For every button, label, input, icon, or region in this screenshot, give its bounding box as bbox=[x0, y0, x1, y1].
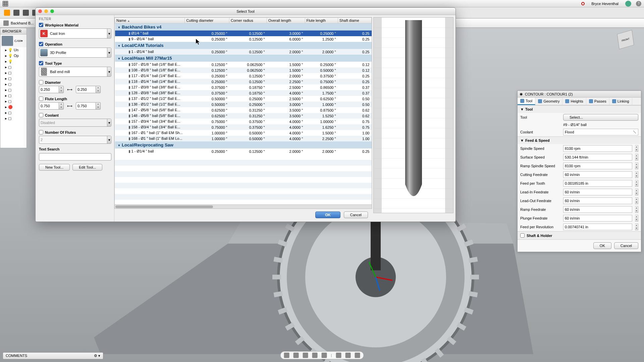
pan-icon[interactable] bbox=[303, 353, 308, 358]
close-icon[interactable] bbox=[38, 9, 42, 13]
library-header[interactable]: ▼ Backhand Bikes v4 bbox=[115, 23, 372, 31]
library-header[interactable]: ▼ Local/Reciprocating Saw bbox=[115, 141, 372, 148]
display-icon[interactable] bbox=[336, 353, 341, 358]
tool-row[interactable]: ▮ 158 - Ø3/4 " ball (3/4" Ball E...0.750… bbox=[115, 124, 372, 130]
viewports-icon[interactable] bbox=[355, 353, 360, 358]
col-header[interactable]: Flute length bbox=[305, 18, 338, 23]
help-icon[interactable]: ? bbox=[636, 1, 641, 6]
col-header[interactable]: Shaft diame bbox=[338, 18, 371, 23]
tab-linking[interactable]: Linking bbox=[609, 98, 632, 105]
spinner[interactable]: ▲▼ bbox=[635, 154, 638, 161]
diameter-max-input[interactable]: ▲▼ bbox=[76, 86, 101, 93]
minimize-icon[interactable] bbox=[44, 9, 48, 13]
spinner[interactable]: ▲▼ bbox=[635, 145, 638, 152]
col-header[interactable]: Name ▲ bbox=[115, 18, 185, 23]
profile-icon[interactable] bbox=[625, 1, 631, 7]
tool-row[interactable]: ▮ 137 - Ø1/2 " ball (1/2" Ball E...0.500… bbox=[115, 96, 372, 102]
edit-tool-button[interactable]: Edit Tool... bbox=[72, 164, 102, 171]
apps-icon[interactable] bbox=[3, 1, 8, 6]
view-cube[interactable]: FRONT bbox=[614, 28, 637, 51]
tooltype-select[interactable]: Ball end mill ▾ bbox=[39, 67, 111, 77]
user-name[interactable]: Bryce Heventhal bbox=[591, 2, 619, 6]
library-header[interactable]: ▼ Local/Haas Mill 27Mar15 bbox=[115, 55, 372, 62]
tool-row[interactable]: ▮ 107 - Ø1/8 " ball (1/8" Ball E...0.125… bbox=[115, 62, 372, 67]
tool-row[interactable]: ▮ 9 - Ø1/4 " ball0.25000 "0.12500 "6.000… bbox=[115, 36, 372, 42]
flutes-select[interactable]: 2 ▾ bbox=[39, 136, 111, 144]
save-icon[interactable] bbox=[23, 10, 29, 16]
chevron-down-icon[interactable]: ▾ bbox=[107, 48, 111, 57]
library-header[interactable]: ▼ Local/CAM Tutorials bbox=[115, 42, 372, 49]
feed-input[interactable] bbox=[563, 224, 632, 230]
orbit-icon[interactable] bbox=[284, 353, 289, 358]
workpiece-checkbox[interactable] bbox=[39, 23, 43, 27]
tab-tool[interactable]: Tool bbox=[518, 98, 535, 105]
spinner[interactable]: ▲▼ bbox=[635, 163, 638, 169]
tool-row[interactable]: ▮ 118 - Ø1/4 " ball (1/4" Ball E...0.250… bbox=[115, 79, 372, 84]
comments-gear-icon[interactable]: ⚙ ▾ bbox=[94, 354, 100, 358]
record-icon[interactable] bbox=[581, 2, 585, 5]
tool-row[interactable]: ▮ 168 - Ø1 " ball (1" Ball EM Lo...1.000… bbox=[115, 136, 372, 141]
browser-panel[interactable]: BROWSER CAM▾ ▸ 💡 Un ▸ 💡 Op ▸ 💡 ▸ ▢ ▸ ▢ ▸… bbox=[0, 28, 27, 148]
section-shaft[interactable]: Shaft & Holder bbox=[518, 231, 641, 239]
chevron-down-icon[interactable]: ▾ bbox=[107, 67, 111, 76]
spinner[interactable]: ▲▼ bbox=[635, 206, 638, 213]
spinner[interactable]: ▲▼ bbox=[635, 197, 638, 204]
feed-input[interactable] bbox=[563, 206, 632, 213]
coolant-select[interactable]: Disabled ▾ bbox=[39, 119, 111, 127]
prop-tabs[interactable]: Tool Geometry Heights Passes Linking bbox=[518, 98, 641, 105]
chevron-down-icon[interactable]: ▾ bbox=[107, 119, 111, 126]
spinner[interactable]: ▲▼ bbox=[635, 171, 638, 178]
dialog-ok-button[interactable]: OK bbox=[315, 212, 340, 218]
zoom-icon[interactable] bbox=[50, 9, 54, 13]
tool-row[interactable]: ▮ 1 - Ø1/4 " ball0.25000 "0.12500 "2.000… bbox=[115, 148, 372, 154]
feed-input[interactable] bbox=[563, 197, 632, 204]
prop-ok-button[interactable]: OK bbox=[593, 242, 611, 249]
tool-row[interactable]: ▮ 1 - Ø1/4 " ball0.25000 "0.12500 "2.000… bbox=[115, 49, 372, 55]
feed-input[interactable] bbox=[563, 154, 632, 161]
prop-cancel-button[interactable]: Cancel bbox=[614, 242, 638, 249]
operation-select[interactable]: 3D Profile ▾ bbox=[39, 48, 111, 58]
col-header[interactable]: Cutting diameter bbox=[185, 18, 229, 23]
coolant-select[interactable]: Flood bbox=[563, 129, 638, 135]
tool-row[interactable]: ▮ 117 - Ø1/4 " ball (1/4" Ball E...0.250… bbox=[115, 73, 372, 79]
search-input[interactable] bbox=[39, 153, 111, 161]
tool-row[interactable]: ▮ 128 - Ø3/8 " ball (3/8" Ball E...0.375… bbox=[115, 90, 372, 96]
nav-toolbar[interactable]: | bbox=[280, 351, 364, 359]
spinner[interactable]: ▲▼ bbox=[635, 180, 638, 187]
tool-row[interactable]: ▮ 138 - Ø1/2 " ball (1/2" Ball E...0.500… bbox=[115, 102, 372, 107]
tab-heights[interactable]: Heights bbox=[562, 98, 586, 105]
spinner[interactable]: ▲▼ bbox=[635, 224, 638, 230]
grid-icon[interactable] bbox=[345, 353, 351, 358]
col-header[interactable]: Corner radius bbox=[229, 18, 267, 23]
tool-row[interactable]: ▮ 157 - Ø3/4 " ball (3/4" Ball E...0.750… bbox=[115, 119, 372, 124]
spinner[interactable]: ▲▼ bbox=[635, 189, 638, 195]
feed-input[interactable] bbox=[563, 145, 632, 152]
diameter-min-input[interactable]: ▲▼ bbox=[39, 86, 64, 93]
workpiece-select[interactable]: K Cast Iron ▾ bbox=[39, 28, 111, 39]
feed-input[interactable] bbox=[563, 163, 632, 169]
flutelen-max-input[interactable]: ▲▼ bbox=[76, 102, 101, 110]
section-feed[interactable]: ▼Feed & Speed bbox=[518, 136, 641, 144]
flutelen-min-input[interactable]: ▲▼ bbox=[39, 102, 64, 110]
tool-select-button[interactable]: Select... bbox=[563, 114, 638, 121]
tool-row[interactable]: ▮ 148 - Ø5/8 " ball (5/8" Ball E...0.625… bbox=[115, 113, 372, 119]
tool-table[interactable]: Name ▲Cutting diameterCorner radiusOvera… bbox=[114, 17, 372, 209]
chevron-down-icon[interactable]: ▾ bbox=[107, 136, 111, 143]
comments-bar[interactable]: COMMENTS ⚙ ▾ bbox=[3, 352, 103, 359]
feed-input[interactable] bbox=[563, 171, 632, 178]
flutes-checkbox[interactable] bbox=[39, 130, 43, 134]
operation-checkbox[interactable] bbox=[39, 42, 43, 46]
dialog-cancel-button[interactable]: Cancel bbox=[344, 212, 368, 218]
tool-row[interactable]: ▮ 167 - Ø1 " ball (1" Ball EM Sh...1.000… bbox=[115, 130, 372, 136]
spinner[interactable]: ▲▼ bbox=[635, 215, 638, 222]
tool-row[interactable]: ▮ Ø1/4 " ball0.25000 "0.12500 "3.0000 "0… bbox=[115, 31, 372, 36]
new-tool-button[interactable]: New Tool... bbox=[39, 164, 70, 171]
tab-passes[interactable]: Passes bbox=[586, 98, 609, 105]
window-controls[interactable] bbox=[38, 9, 54, 13]
coolant-checkbox[interactable] bbox=[39, 113, 43, 117]
tool-row[interactable]: ▮ 147 - Ø5/8 " ball (5/8" Ball E...0.625… bbox=[115, 107, 372, 113]
file-new-icon[interactable] bbox=[13, 10, 19, 16]
fit-icon[interactable] bbox=[322, 353, 327, 358]
workspace-icon[interactable] bbox=[2, 36, 13, 46]
zoom-icon[interactable] bbox=[312, 353, 318, 358]
